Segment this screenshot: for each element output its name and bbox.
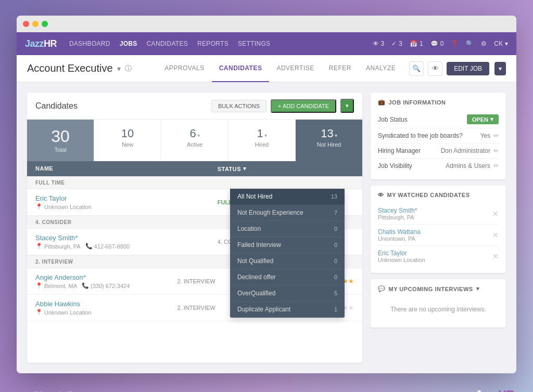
candidate-info: Angie Anderson* 📍 Belmont, MA 📞 (330) 67… [35, 273, 177, 289]
watched-location: Uniontown, PA [378, 236, 421, 242]
job-visibility-edit-icon[interactable]: ✏ [493, 162, 499, 169]
watched-name[interactable]: Chatis Wattana [378, 228, 421, 236]
section-full-time: FULL TIME [27, 176, 362, 189]
stat-hired[interactable]: 1▾ Hired [229, 120, 296, 161]
footer-logo-hr: HR [498, 388, 514, 392]
watched-remove-stacey[interactable]: ✕ [492, 210, 499, 218]
watched-name[interactable]: Eric Taylor [378, 250, 425, 257]
location-pin-icon: 📍 [35, 203, 43, 210]
help-icon[interactable]: ❓ [451, 40, 459, 47]
logo-hr: HR [44, 38, 57, 49]
job-title-info-icon[interactable]: ⓘ [125, 64, 132, 73]
syndicated-edit-icon[interactable]: ✏ [493, 132, 499, 139]
watched-remove-eric[interactable]: ✕ [492, 252, 499, 260]
hiring-manager-edit-icon[interactable]: ✏ [493, 147, 499, 154]
stat-total[interactable]: 30 Total [27, 120, 94, 161]
add-candidate-button[interactable]: + ADD CANDIDATE [271, 99, 336, 113]
tab-analyze[interactable]: ANALYZE [359, 55, 403, 82]
candidate-info: Stacey Smith* 📍 Pittsburgh, PA 📞 412-657… [35, 234, 218, 250]
stats-row: 30 Total 10 New 6▾ Active 1▾ Hired [27, 120, 362, 161]
main-content: Candidates BULK ACTIONS + ADD CANDIDATE … [17, 82, 516, 373]
sub-nav: Account Executive ▾ ⓘ APPROVALS CANDIDAT… [17, 55, 516, 82]
hiring-manager-row: Hiring Manager Don Administrator ✏ [378, 143, 499, 159]
dropdown-overqualified[interactable]: OverQualified 5 [230, 285, 345, 302]
watched-eric: Eric Taylor Unknown Location ✕ [378, 246, 499, 267]
dropdown-all-not-hired[interactable]: All Not Hired 13 [230, 189, 345, 205]
nav-reports[interactable]: REPORTS [197, 40, 229, 47]
candidates-panel: Candidates BULK ACTIONS + ADD CANDIDATE … [27, 93, 362, 363]
edit-job-button[interactable]: EDIT JOB [447, 62, 489, 75]
stat-hired-label: Hired [235, 141, 289, 148]
dropdown-item-count: 0 [334, 274, 337, 280]
dropdown-declined-offer[interactable]: Declined offer 0 [230, 269, 345, 285]
search-icon[interactable]: 🔍 [466, 40, 474, 47]
edit-job-caret[interactable]: ▾ [494, 62, 506, 75]
hiring-manager-value: Don Administrator ✏ [441, 147, 499, 154]
chat-icon: 💬 [378, 285, 386, 292]
user-menu[interactable]: CK ▾ [494, 40, 508, 47]
not-hired-dropdown: All Not Hired 13 Not Enough Experience 7… [230, 189, 345, 318]
job-info-header: 💼 JOB INFORMATION [378, 99, 499, 106]
maximize-button[interactable] [42, 21, 48, 27]
main-nav: JazzHR DASHBOARD JOBS CANDIDATES REPORTS… [17, 32, 516, 55]
col-status[interactable]: STATUS ▾ [218, 165, 354, 172]
watched-candidates-header: 👁 MY WATCHED CANDIDATES [378, 192, 499, 198]
watched-candidates-card: 👁 MY WATCHED CANDIDATES Stacey Smith* Pi… [371, 186, 506, 273]
candidate-info: Abbie Hawkins 📍 Unknown Location [35, 300, 177, 316]
dropdown-item-label: Not Enough Experience [237, 209, 303, 216]
dropdown-failed-interview[interactable]: Failed Interview 0 [230, 237, 345, 253]
messages-icon[interactable]: 💬 0 [430, 40, 444, 47]
nav-settings[interactable]: SETTINGS [238, 40, 270, 47]
stat-hired-num: 1▾ [235, 128, 289, 139]
upcoming-interviews-header: 💬 MY UPCOMING INTERVIEWS ▾ [378, 285, 499, 292]
tab-candidates[interactable]: CANDIDATES [212, 55, 270, 82]
watched-chatis: Chatis Wattana Uniontown, PA ✕ [378, 225, 499, 246]
stat-not-hired[interactable]: 13▾ Not Hired [296, 120, 362, 161]
dropdown-item-count: 13 [331, 193, 337, 200]
tab-advertise[interactable]: ADVERTISE [269, 55, 321, 82]
watched-remove-chatis[interactable]: ✕ [492, 231, 499, 239]
checks-icon[interactable]: ✓ 3 [391, 40, 402, 47]
calendar-icon[interactable]: 📅 1 [410, 40, 423, 47]
stat-new[interactable]: 10 New [94, 120, 161, 161]
dropdown-not-enough-exp[interactable]: Not Enough Experience 7 [230, 205, 345, 221]
syndicated-row: Syndicated to free job boards? Yes ✏ [378, 128, 499, 143]
location-pin-icon: 📍 [35, 243, 43, 250]
hiring-manager-label: Hiring Manager [378, 147, 421, 154]
stat-not-hired-num: 13▾ [302, 128, 356, 139]
col-name: NAME [35, 165, 218, 172]
watched-location: Unknown Location [378, 257, 425, 263]
tab-refer[interactable]: REFER [322, 55, 359, 82]
nav-candidates[interactable]: CANDIDATES [147, 40, 188, 47]
watched-name[interactable]: Stacey Smith* [378, 207, 417, 214]
bulk-actions-button[interactable]: BULK ACTIONS [211, 100, 266, 112]
view-toggle-icon[interactable]: 👁 [428, 61, 442, 76]
footer-logo: JazzHR [475, 388, 514, 392]
dropdown-item-label: Failed Interview [237, 241, 281, 249]
minimize-button[interactable] [32, 21, 39, 27]
job-title-text: Account Executive [27, 62, 113, 74]
syndicated-value: Yes ✏ [480, 132, 499, 139]
upcoming-caret-icon[interactable]: ▾ [476, 285, 480, 292]
dropdown-duplicate[interactable]: Duplicate Applicant 1 [230, 302, 345, 318]
add-candidate-caret[interactable]: ▾ [340, 99, 354, 113]
views-icon[interactable]: 👁 3 [373, 40, 385, 47]
dropdown-not-qualified[interactable]: Not Qualified 0 [230, 253, 345, 269]
nav-dashboard[interactable]: DASHBOARD [69, 40, 110, 47]
dropdown-item-label: Duplicate Applicant [237, 306, 290, 313]
stat-active[interactable]: 6▾ Active [161, 120, 229, 161]
job-title-caret[interactable]: ▾ [117, 64, 121, 73]
syndicated-label: Syndicated to free job boards? [378, 132, 463, 139]
candidate-info: Eric Taylor 📍 Unknown Location [35, 194, 218, 210]
job-status-badge[interactable]: OPEN ▾ [467, 114, 499, 124]
dropdown-item-label: Not Qualified [237, 257, 273, 265]
tab-approvals[interactable]: APPROVALS [157, 55, 211, 82]
stat-total-label: Total [33, 147, 87, 153]
close-button[interactable] [23, 21, 29, 27]
nav-jobs[interactable]: JOBS [120, 40, 137, 47]
dropdown-location[interactable]: Location 0 [230, 221, 345, 237]
job-visibility-row: Job Visibility Admins & Users ✏ [378, 159, 499, 173]
job-info-card: 💼 JOB INFORMATION Job Status OPEN ▾ Synd… [371, 93, 506, 179]
search-sub-icon[interactable]: 🔍 [409, 61, 424, 76]
settings-gear-icon[interactable]: ⚙ [481, 40, 487, 47]
